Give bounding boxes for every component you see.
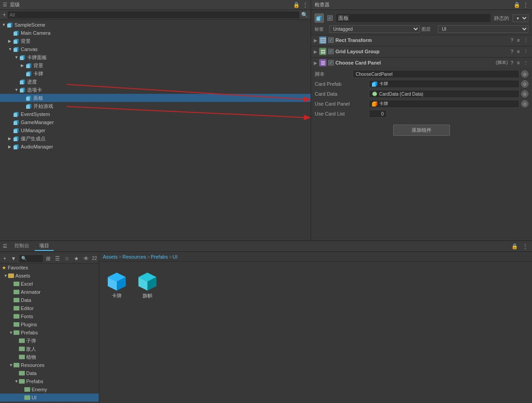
hierarchy-item-maincamera[interactable]: Main Camera: [0, 29, 311, 37]
breadcrumb-prefabs[interactable]: Prefabs: [151, 254, 168, 259]
bottom-more-btn[interactable]: ⋮: [521, 243, 529, 250]
asset-item-flag_prefab[interactable]: 旗帜: [134, 266, 161, 301]
folder-item-excel[interactable]: Excel: [0, 280, 99, 288]
bottom-lock-btn[interactable]: 🔒: [510, 243, 519, 250]
tab-console[interactable]: 控制台: [10, 241, 34, 251]
hierarchy-filter-btn[interactable]: 🔍: [301, 12, 308, 18]
folder-item-res_prefabs[interactable]: ▼ Prefabs: [0, 377, 99, 385]
node-cube-eventsystem: [14, 111, 19, 117]
tag-dropdown[interactable]: Untagged: [329, 25, 420, 33]
ccp-help-btn[interactable]: ?: [509, 60, 514, 65]
node-cube-startgame: [26, 103, 32, 109]
add-component-button[interactable]: 添加组件: [393, 125, 450, 136]
hierarchy-search-input[interactable]: [8, 11, 299, 19]
node-cube-panel: [26, 95, 32, 101]
use-card-panel-icon: [372, 101, 377, 107]
node-label-panel: 面板: [33, 95, 43, 102]
folder-item-editor[interactable]: Editor: [0, 304, 99, 312]
inspector-lock-btn[interactable]: 🔒: [514, 2, 520, 8]
inspector-more-btn[interactable]: ⋮: [523, 2, 528, 8]
breadcrumb-ui[interactable]: UI: [173, 254, 178, 259]
folder-label-prefabs: Prefabs: [21, 330, 38, 335]
project-star-btn[interactable]: ★: [73, 255, 80, 262]
folder-item-res_enemy[interactable]: Enemy: [0, 385, 99, 394]
object-name-input[interactable]: [336, 14, 491, 22]
rect-help-btn[interactable]: ?: [509, 37, 514, 43]
hierarchy-item-cardpanel[interactable]: 卡牌面板: [0, 53, 311, 61]
hierarchy-lock-btn[interactable]: 🔒: [293, 2, 300, 8]
project-add-btn[interactable]: +: [2, 255, 8, 262]
hierarchy-item-zombiespawn[interactable]: 僵尸生成点: [0, 134, 311, 143]
hierarchy-item-audiomanager[interactable]: AudioManager: [0, 143, 311, 151]
breadcrumb-sep-1: >: [147, 254, 150, 259]
hierarchy-item-gamemanager[interactable]: GameManager: [0, 118, 311, 126]
card-prefab-ref-value: 卡牌: [379, 81, 388, 87]
grid-icon: [319, 48, 326, 55]
project-down-btn[interactable]: ▼: [9, 255, 18, 262]
hierarchy-item-canvas[interactable]: Canvas: [0, 45, 311, 53]
project-grid-btn[interactable]: ⊞: [45, 255, 52, 262]
inspector-top-row: ✓ 静态的 ▾: [311, 12, 532, 24]
project-list-btn[interactable]: ☰: [54, 255, 61, 262]
rect-settings-btn[interactable]: ≡: [516, 37, 521, 43]
top-area: ☰ 层级 🔒 ⋮ + 🔍 SampleScene: [0, 0, 532, 241]
hierarchy-more-btn[interactable]: ⋮: [303, 2, 308, 8]
ccp-settings-btn[interactable]: ≡: [516, 60, 521, 65]
hierarchy-item-uimanager[interactable]: UIManager: [0, 126, 311, 134]
ccp-script-row: 脚本 ChooseCardPanel ◎: [315, 69, 528, 79]
grid-help-btn[interactable]: ?: [509, 49, 514, 54]
folder-item-plugins[interactable]: Plugins: [0, 320, 99, 329]
use-card-panel-label: Use Card Panel: [315, 101, 369, 107]
project-eye-btn[interactable]: 👁: [82, 255, 90, 262]
component-choose-card-panel-header[interactable]: ▶ ✓ Choose Card Panel (脚本) ? ≡ ⋮: [311, 58, 532, 68]
folder-tree-content: ▼ Assets Excel Animator Data Editor Font…: [0, 272, 99, 403]
folder-item-assets[interactable]: ▼ Assets: [0, 272, 99, 280]
folder-item-bullet[interactable]: 子弹: [0, 337, 99, 345]
use-card-panel-target-btn[interactable]: ◎: [521, 100, 528, 107]
hierarchy-item-eventsystem[interactable]: EventSystem: [0, 110, 311, 118]
grid-more-btn[interactable]: ⋮: [523, 49, 529, 55]
rect-enabled[interactable]: ✓: [328, 37, 334, 43]
folder-label-data: Data: [21, 297, 31, 303]
component-rect-transform-header[interactable]: ▶ ✓ Rect Transform ? ≡ ⋮: [311, 35, 532, 45]
asset-item-card_prefab[interactable]: 卡牌: [104, 266, 130, 301]
folder-item-prefabs[interactable]: ▼ Prefabs: [0, 329, 99, 337]
breadcrumb-resources[interactable]: Resources: [122, 254, 146, 259]
folder-item-enemy[interactable]: 敌人: [0, 345, 99, 353]
card-data-target-btn[interactable]: ◎: [521, 90, 528, 97]
grid-enabled[interactable]: ✓: [328, 49, 334, 54]
hierarchy-item-choosecardpanel[interactable]: 选项卡: [0, 86, 311, 94]
object-enabled-checkbox[interactable]: ✓: [327, 15, 333, 21]
svg-rect-58: [323, 50, 325, 51]
static-dropdown[interactable]: ▾: [513, 14, 528, 22]
folder-item-data[interactable]: Data: [0, 296, 99, 304]
hierarchy-item-bg2[interactable]: 背景: [0, 61, 311, 69]
hierarchy-item-progress[interactable]: 进度: [0, 78, 311, 86]
folder-item-res_data[interactable]: Data: [0, 369, 99, 377]
hierarchy-add-btn[interactable]: +: [3, 12, 6, 18]
tab-project[interactable]: 项目: [35, 241, 54, 251]
svg-rect-18: [26, 73, 30, 76]
asset-area: Assets > Resources > Prefabs > UI 卡牌 旗帜: [99, 252, 532, 403]
folder-item-resources[interactable]: ▼ Resources: [0, 361, 99, 369]
hierarchy-item-startgame[interactable]: 开始游戏: [0, 102, 311, 110]
layer-dropdown[interactable]: UI: [438, 25, 528, 33]
hierarchy-item-card[interactable]: 卡牌: [0, 69, 311, 78]
card-prefab-target-btn[interactable]: ◎: [521, 80, 528, 88]
grid-settings-btn[interactable]: ≡: [516, 49, 521, 54]
hierarchy-item-samplescene[interactable]: SampleScene: [0, 21, 311, 29]
folder-item-plant[interactable]: 植物: [0, 353, 99, 361]
folder-item-res_ui[interactable]: UI: [0, 394, 99, 402]
ccp-enabled[interactable]: ✓: [328, 60, 334, 65]
breadcrumb-assets[interactable]: Assets: [103, 254, 118, 259]
folder-item-animator[interactable]: Animator: [0, 288, 99, 296]
hierarchy-item-background[interactable]: 背景: [0, 37, 311, 45]
hierarchy-item-panel[interactable]: 面板: [0, 94, 311, 102]
script-target-btn[interactable]: ◎: [521, 70, 528, 78]
project-filter-btn[interactable]: ☆: [63, 255, 71, 262]
ccp-more-btn[interactable]: ⋮: [523, 60, 529, 66]
component-grid-layout-header[interactable]: ▶ ✓ Grid Layout Group ? ≡ ⋮: [311, 46, 532, 56]
folder-item-fonts[interactable]: Fonts: [0, 312, 99, 320]
node-label-background: 背景: [21, 38, 31, 45]
rect-more-btn[interactable]: ⋮: [523, 37, 529, 43]
